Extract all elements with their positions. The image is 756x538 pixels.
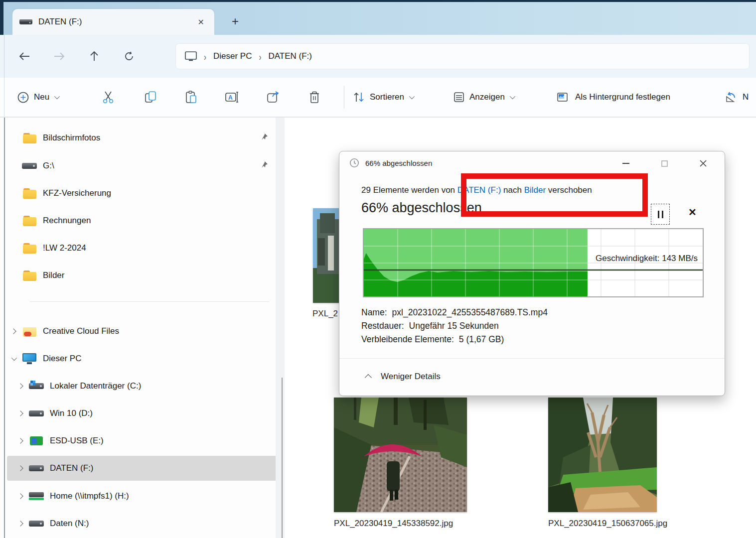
sidebar-item-rechnungen[interactable]: Rechnungen (7, 208, 273, 233)
chevron-right-icon[interactable] (17, 465, 23, 471)
rotate-button-label: N (743, 92, 749, 102)
less-details-toggle[interactable]: Weniger Details (367, 372, 441, 382)
transfer-details: Name:pxl_20231022_4255355487689.TS.mp4 R… (361, 306, 548, 346)
delete-button[interactable] (309, 86, 320, 109)
sidebar-item-g-drive[interactable]: G:\ (7, 153, 273, 178)
sort-button-label: Sortieren (370, 92, 404, 102)
wallpaper-icon (557, 91, 570, 103)
up-button[interactable] (84, 46, 105, 67)
set-background-label: Als Hintergrund festlegen (575, 92, 670, 102)
copy-button[interactable] (145, 86, 156, 109)
chevron-right-icon[interactable] (10, 328, 16, 334)
breadcrumb-separator: › (204, 51, 206, 62)
dialog-title: 66% abgeschlossen (365, 159, 432, 167)
sidebar-item-bildschirmfotos[interactable]: Bildschirmfotos (7, 126, 273, 150)
sidebar-separator (30, 301, 269, 302)
sidebar-scrollbar-thumb[interactable] (282, 378, 283, 538)
chevron-down-icon (54, 94, 60, 99)
sidebar-item-creative-cloud-files[interactable]: Creative Cloud Files (7, 319, 273, 344)
sort-icon (353, 92, 365, 103)
rename-button[interactable]: A (225, 86, 239, 109)
tab-bar: DATEN (F:) ✕ + (0, 0, 756, 35)
this-pc-icon (185, 51, 197, 61)
view-button-label: Anzeigen (469, 92, 505, 102)
cancel-transfer-button[interactable]: ✕ (688, 206, 697, 218)
file-name-label[interactable]: PXL_2 (312, 309, 340, 319)
sidebar-item-esd-usb-e[interactable]: ESD-USB (E:) (7, 428, 280, 453)
network-drive-icon (29, 492, 44, 500)
file-thumbnail-partial[interactable] (313, 208, 342, 303)
plus-circle-icon (17, 92, 29, 103)
sidebar-scrollbar-track[interactable] (276, 118, 285, 538)
time-remaining: Ungefähr 15 Sekunden (409, 321, 499, 331)
file-name-label[interactable]: PXL_20230419_150637065.jpg (548, 519, 667, 529)
sort-button[interactable]: Sortieren (353, 86, 413, 109)
svg-text:A: A (228, 94, 233, 101)
sidebar-item-dieser-pc[interactable]: Dieser PC (7, 346, 273, 371)
breadcrumb-separator: › (259, 51, 261, 62)
sidebar-item-daten-n[interactable]: Daten (N:) (7, 511, 280, 536)
file-name-label[interactable]: PXL_20230419_145338592.jpg (334, 519, 453, 529)
address-bar[interactable]: › Dieser PC › DATEN (F:) (175, 43, 750, 69)
rotate-icon (724, 91, 738, 104)
caret-up-icon (365, 374, 372, 381)
file-thumbnail-umbrella[interactable] (334, 398, 467, 512)
folder-icon (23, 243, 36, 254)
sidebar-item-bilder[interactable]: Bilder (7, 263, 273, 288)
pin-icon (261, 133, 268, 143)
sidebar-item-lw-2-2024[interactable]: !LW 2-2024 (7, 236, 273, 261)
tab-title: DATEN (F:) (38, 17, 198, 27)
toolbar-divider (344, 86, 344, 109)
dialog-minimize-button[interactable] (616, 155, 636, 171)
drive-icon (29, 521, 44, 527)
tab-daten-f[interactable]: DATEN (F:) ✕ (12, 9, 214, 35)
drive-icon (29, 465, 44, 471)
new-tab-button[interactable]: + (227, 13, 244, 30)
file-thumbnail-trees[interactable] (548, 398, 657, 512)
chevron-down-icon (409, 94, 415, 99)
creative-cloud-folder-icon (23, 326, 36, 337)
trash-icon (309, 91, 320, 104)
speed-label: Geschwindigkeit: 143 MB/s (596, 254, 698, 264)
chevron-right-icon[interactable] (17, 383, 23, 389)
new-button[interactable]: Neu (17, 86, 58, 109)
chevron-right-icon[interactable] (17, 438, 23, 443)
dialog-maximize-button[interactable] (654, 155, 674, 171)
tab-close-icon[interactable]: ✕ (198, 17, 204, 27)
current-file-name: pxl_20231022_4255355487689.TS.mp4 (392, 307, 548, 317)
navigation-bar: › Dieser PC › DATEN (F:) (0, 35, 756, 78)
os-drive-icon (29, 383, 44, 389)
dialog-close-button[interactable] (693, 155, 713, 171)
share-button[interactable] (267, 86, 280, 109)
detail-items-row: Verbleibende Elemente:5 (1,67 GB) (361, 333, 548, 346)
breadcrumb-dieser-pc[interactable]: Dieser PC (213, 51, 252, 61)
set-background-button[interactable]: Als Hintergrund festlegen (557, 86, 670, 109)
sidebar-item-lokaler-datentraeger-c[interactable]: Lokaler Datenträger (C:) (7, 374, 280, 399)
command-toolbar: Neu A (0, 78, 756, 118)
rotate-button[interactable]: N (724, 86, 749, 109)
this-pc-icon (22, 353, 36, 364)
chevron-right-icon[interactable] (17, 410, 23, 416)
chevron-right-icon[interactable] (17, 521, 23, 526)
pin-icon (261, 161, 268, 171)
back-button[interactable] (14, 46, 35, 67)
forward-button[interactable] (49, 46, 70, 67)
navigation-pane: Bildschirmfotos G:\ KFZ-Versicherung (0, 118, 276, 538)
view-button[interactable]: Anzeigen (454, 86, 514, 109)
paste-icon (185, 91, 197, 104)
paste-button[interactable] (185, 86, 197, 109)
new-button-label: Neu (34, 92, 49, 102)
pause-button[interactable] (651, 204, 670, 225)
chevron-right-icon[interactable] (17, 493, 23, 499)
sidebar-item-win10-d[interactable]: Win 10 (D:) (7, 401, 280, 426)
dialog-separator (339, 358, 725, 359)
items-remaining: 5 (1,67 GB) (459, 334, 504, 344)
refresh-button[interactable] (119, 46, 140, 67)
breadcrumb-daten-f[interactable]: DATEN (F:) (268, 51, 312, 61)
cut-button[interactable] (102, 86, 114, 109)
sidebar-item-kfz-versicherung[interactable]: KFZ-Versicherung (7, 181, 273, 206)
folder-icon (23, 270, 36, 281)
chevron-down-icon[interactable] (11, 355, 17, 361)
sidebar-item-daten-f[interactable]: DATEN (F:) (7, 456, 280, 481)
sidebar-item-home-h[interactable]: Home (\\itmpfs1) (H:) (7, 484, 280, 509)
